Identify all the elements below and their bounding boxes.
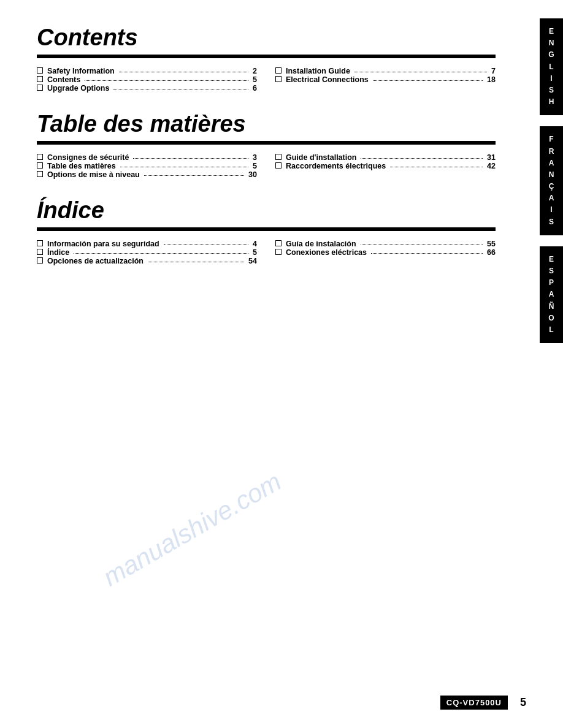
toc-item-page: 3 — [253, 153, 257, 162]
section-title-french: Table des matières — [37, 111, 496, 137]
toc-dots — [113, 89, 248, 89]
toc-item-label: Installation Guide — [286, 67, 350, 75]
sidebar-section-english: ENGLISH — [540, 18, 563, 115]
list-item: Upgrade Options 6 — [37, 84, 257, 93]
toc-item-label: Guide d'installation — [286, 153, 356, 162]
sidebar-gap-1 — [540, 115, 563, 126]
section-spanish: Índice Información para su seguridad 4 Í… — [37, 197, 496, 265]
checkbox-icon — [37, 67, 43, 74]
footer-brand-label: CQ-VD7500U — [440, 696, 508, 710]
toc-dots — [354, 72, 487, 72]
list-item: Table des matières 5 — [37, 162, 257, 170]
toc-col-right-es: Guía de instalación 55 Conexiones eléctr… — [275, 240, 496, 265]
toc-item-label: Table des matières — [47, 162, 116, 170]
toc-item-label: Electrical Connections — [286, 75, 369, 84]
checkbox-icon — [37, 76, 43, 82]
checkbox-icon — [37, 257, 43, 264]
toc-item-label: Opciones de actualización — [47, 257, 144, 265]
section-title-spanish: Índice — [37, 197, 496, 224]
list-item: Raccordements électriques 42 — [275, 162, 496, 170]
divider-english — [37, 55, 496, 58]
toc-col-left-es: Información para su seguridad 4 Índice 5… — [37, 240, 257, 265]
toc-dots — [390, 167, 483, 167]
toc-item-page: 54 — [248, 257, 257, 265]
list-item: Options de mise à niveau 30 — [37, 170, 257, 179]
list-item: Índice 5 — [37, 248, 257, 257]
list-item: Contents 5 — [37, 75, 257, 84]
toc-french: Consignes de sécurité 3 Table des matièr… — [37, 153, 496, 179]
checkbox-icon — [275, 76, 282, 82]
toc-col-left-fr: Consignes de sécurité 3 Table des matièr… — [37, 153, 257, 179]
toc-col-right-en: Installation Guide 7 Electrical Connecti… — [275, 67, 496, 93]
checkbox-icon — [37, 249, 43, 255]
toc-dots — [361, 245, 483, 245]
toc-item-page: 30 — [248, 170, 257, 179]
toc-item-page: 2 — [253, 67, 257, 75]
toc-item-page: 31 — [487, 153, 496, 162]
toc-dots — [85, 80, 248, 81]
sidebar-section-french: FRANÇAIS — [540, 126, 563, 235]
toc-item-label: Safety Information — [47, 67, 115, 75]
checkbox-icon — [37, 162, 43, 169]
sidebar-gap-2 — [540, 235, 563, 246]
toc-dots — [361, 158, 483, 159]
right-sidebar: ENGLISH FRANÇAIS ESPAÑOL — [540, 0, 563, 728]
toc-item-label: Conexiones eléctricas — [286, 248, 367, 257]
toc-item-page: 6 — [253, 84, 257, 93]
section-title-english: Contents — [37, 25, 496, 51]
toc-item-page: 7 — [491, 67, 496, 75]
checkbox-icon — [37, 154, 43, 160]
toc-item-label: Options de mise à niveau — [47, 170, 140, 179]
toc-item-page: 5 — [253, 248, 257, 257]
watermark: manualshive.com — [98, 467, 286, 593]
checkbox-icon — [275, 154, 282, 160]
toc-item-page: 55 — [487, 240, 496, 248]
toc-item-label: Información para su seguridad — [47, 240, 159, 248]
checkbox-icon — [37, 171, 43, 177]
list-item: Información para su seguridad 4 — [37, 240, 257, 248]
toc-dots — [144, 175, 244, 176]
toc-dots — [119, 72, 248, 72]
toc-dots — [371, 253, 483, 254]
toc-item-page: 66 — [487, 248, 496, 257]
toc-item-label: Upgrade Options — [47, 84, 109, 93]
checkbox-icon — [275, 162, 282, 169]
divider-spanish — [37, 227, 496, 231]
list-item: Guide d'installation 31 — [275, 153, 496, 162]
toc-col-left-en: Safety Information 2 Contents 5 Upgrade … — [37, 67, 257, 93]
toc-english: Safety Information 2 Contents 5 Upgrade … — [37, 67, 496, 93]
toc-item-label: Guía de instalación — [286, 240, 356, 248]
footer: CQ-VD7500U 5 — [37, 696, 526, 710]
list-item: Consignes de sécurité 3 — [37, 153, 257, 162]
toc-dots — [148, 262, 244, 262]
toc-dots — [373, 80, 483, 81]
sidebar-label-spanish: ESPAÑOL — [548, 254, 554, 336]
main-content: Contents Safety Information 2 Contents — [37, 25, 496, 265]
toc-col-right-fr: Guide d'installation 31 Raccordements él… — [275, 153, 496, 179]
toc-item-label: Raccordements électriques — [286, 162, 386, 170]
toc-item-label: Contents — [47, 75, 80, 84]
toc-item-label: Índice — [47, 248, 69, 257]
toc-item-label: Consignes de sécurité — [47, 153, 129, 162]
sidebar-label-french: FRANÇAIS — [549, 134, 554, 228]
toc-item-page: 5 — [253, 162, 257, 170]
list-item: Installation Guide 7 — [275, 67, 496, 75]
list-item: Electrical Connections 18 — [275, 75, 496, 84]
checkbox-icon — [37, 85, 43, 91]
sidebar-label-english: ENGLISH — [548, 26, 554, 108]
checkbox-icon — [275, 240, 282, 246]
toc-spanish: Información para su seguridad 4 Índice 5… — [37, 240, 496, 265]
sidebar-spacer — [540, 343, 563, 728]
toc-dots — [164, 245, 248, 245]
toc-item-page: 4 — [253, 240, 257, 248]
toc-dots — [74, 253, 248, 254]
list-item: Opciones de actualización 54 — [37, 257, 257, 265]
list-item: Conexiones eléctricas 66 — [275, 248, 496, 257]
toc-item-page: 18 — [487, 75, 496, 84]
section-french: Table des matières Consignes de sécurité… — [37, 111, 496, 179]
toc-dots — [120, 167, 248, 167]
page: Contents Safety Information 2 Contents — [0, 0, 563, 728]
toc-item-page: 5 — [253, 75, 257, 84]
divider-french — [37, 141, 496, 145]
sidebar-section-spanish: ESPAÑOL — [540, 246, 563, 343]
